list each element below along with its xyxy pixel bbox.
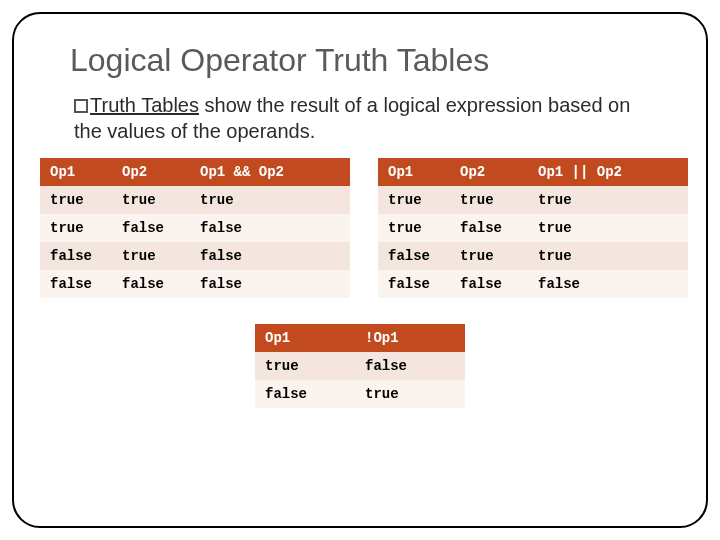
or-header-op1: Op1: [378, 158, 450, 186]
not-table-row: Op1 !Op1 true false false true: [14, 298, 706, 408]
table-row: false false false: [40, 270, 350, 298]
or-header-op2: Op2: [450, 158, 528, 186]
not-header-result: !Op1: [355, 324, 465, 352]
not-header-op1: Op1: [255, 324, 355, 352]
truth-tables-term: Truth Tables: [90, 94, 199, 116]
or-header-result: Op1 || Op2: [528, 158, 688, 186]
and-table: Op1 Op2 Op1 && Op2 true true true true f…: [40, 158, 350, 298]
tables-row: Op1 Op2 Op1 && Op2 true true true true f…: [14, 158, 706, 298]
slide-title: Logical Operator Truth Tables: [14, 42, 706, 91]
table-row: false true: [255, 380, 465, 408]
not-table: Op1 !Op1 true false false true: [255, 324, 465, 408]
or-table: Op1 Op2 Op1 || Op2 true true true true f…: [378, 158, 688, 298]
table-row: true false: [255, 352, 465, 380]
slide-body: Truth Tables show the result of a logica…: [14, 91, 706, 158]
table-row: true true true: [40, 186, 350, 214]
slide-frame: Logical Operator Truth Tables Truth Tabl…: [12, 12, 708, 528]
table-row: true true true: [378, 186, 688, 214]
and-header-result: Op1 && Op2: [190, 158, 350, 186]
bullet-icon: [74, 99, 88, 113]
and-header-op2: Op2: [112, 158, 190, 186]
table-row: false true false: [40, 242, 350, 270]
table-row: true false true: [378, 214, 688, 242]
table-row: true false false: [40, 214, 350, 242]
table-row: false true true: [378, 242, 688, 270]
and-header-op1: Op1: [40, 158, 112, 186]
table-row: false false false: [378, 270, 688, 298]
